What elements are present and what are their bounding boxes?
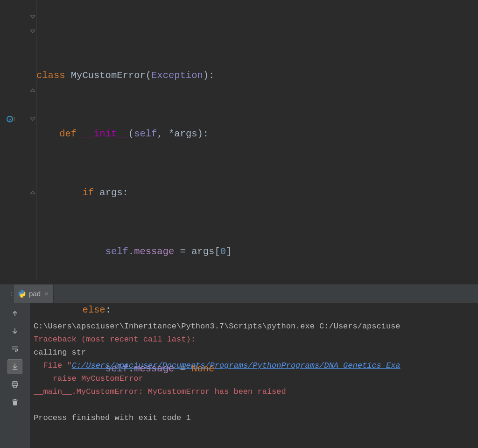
clear-button[interactable]: [7, 395, 22, 410]
editor-area: o↑ class MyCustomError(Exception): def _…: [0, 0, 478, 284]
console-toolbar: [0, 303, 30, 448]
code-line[interactable]: [36, 420, 478, 434]
code-line[interactable]: def __init__(self, *args):: [36, 127, 478, 141]
code-editor[interactable]: class MyCustomError(Exception): def __in…: [36, 0, 478, 284]
soft-wrap-button[interactable]: [7, 341, 22, 356]
python-file-icon: [18, 290, 26, 298]
code-line[interactable]: if args:: [36, 185, 478, 200]
run-panel-label: :: [0, 284, 14, 303]
scroll-up-button[interactable]: [7, 306, 22, 321]
print-button[interactable]: [7, 377, 22, 392]
fold-collapse-icon[interactable]: [30, 14, 35, 20]
code-line[interactable]: self.message = None: [36, 362, 478, 376]
code-line[interactable]: else:: [36, 303, 478, 317]
fold-end-icon[interactable]: [30, 190, 35, 195]
fold-end-icon[interactable]: [30, 87, 35, 93]
code-line[interactable]: class MyCustomError(Exception):: [36, 68, 478, 83]
code-line[interactable]: self.message = args[0]: [36, 244, 478, 259]
scroll-down-button[interactable]: [7, 324, 22, 339]
fold-collapse-icon[interactable]: [30, 28, 35, 34]
override-method-icon[interactable]: o↑: [7, 115, 16, 123]
scroll-to-end-button[interactable]: [7, 359, 22, 374]
editor-gutter: o↑: [0, 0, 36, 284]
fold-collapse-icon[interactable]: [30, 116, 35, 122]
